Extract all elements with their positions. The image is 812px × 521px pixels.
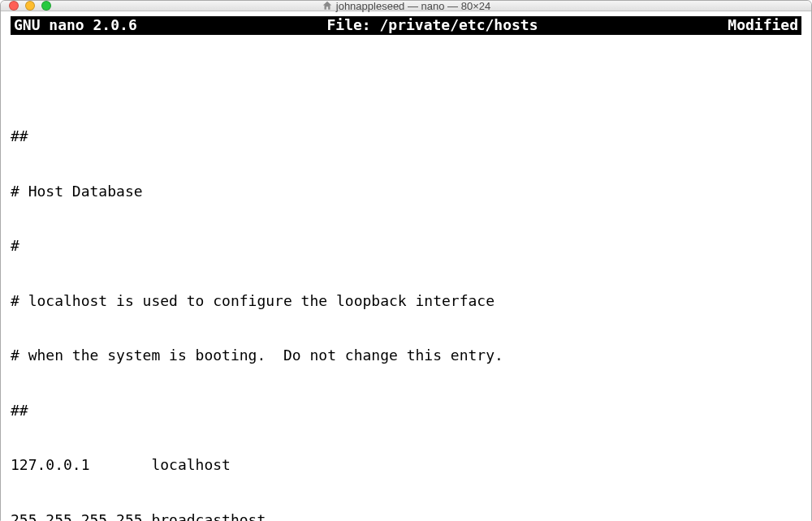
titlebar: johnappleseed — nano — 80×24: [1, 1, 811, 11]
nano-version: GNU nano 2.0.6: [14, 16, 137, 35]
content-line: # when the system is booting. Do not cha…: [11, 347, 801, 365]
editor-content[interactable]: ## # Host Database # # localhost is used…: [11, 37, 801, 522]
content-line: # Host Database: [11, 183, 801, 201]
close-button[interactable]: [9, 1, 19, 11]
content-line: # localhost is used to configure the loo…: [11, 292, 801, 311]
minimize-button[interactable]: [25, 1, 35, 11]
content-line: 255.255.255.255 broadcasthost: [11, 511, 801, 522]
maximize-button[interactable]: [41, 1, 51, 11]
nano-header-bar: GNU nano 2.0.6 File: /private/etc/hosts …: [11, 16, 801, 35]
terminal-area[interactable]: GNU nano 2.0.6 File: /private/etc/hosts …: [1, 11, 811, 521]
content-line: ##: [11, 402, 801, 420]
window-title: johnappleseed — nano — 80×24: [336, 0, 490, 12]
terminal-window: johnappleseed — nano — 80×24 GNU nano 2.…: [0, 0, 812, 521]
window-title-container: johnappleseed — nano — 80×24: [1, 0, 811, 12]
content-line: 127.0.0.1 localhost: [11, 456, 801, 475]
home-icon: [322, 0, 333, 11]
nano-modified-status: Modified: [728, 16, 798, 35]
content-line: #: [11, 237, 801, 256]
traffic-lights: [1, 1, 51, 11]
content-line: ##: [11, 127, 801, 146]
empty-line: [11, 73, 801, 92]
nano-file-path: File: /private/etc/hosts: [137, 16, 728, 35]
